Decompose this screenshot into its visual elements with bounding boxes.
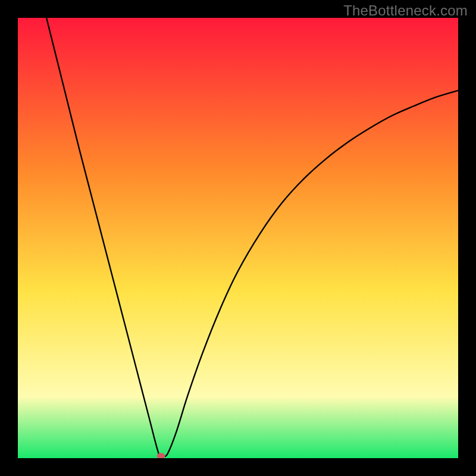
chart-frame: TheBottleneck.com [0,0,476,476]
watermark-text: TheBottleneck.com [343,2,468,19]
gradient-background [18,18,458,458]
plot-svg [18,18,458,458]
plot-area [18,18,458,458]
